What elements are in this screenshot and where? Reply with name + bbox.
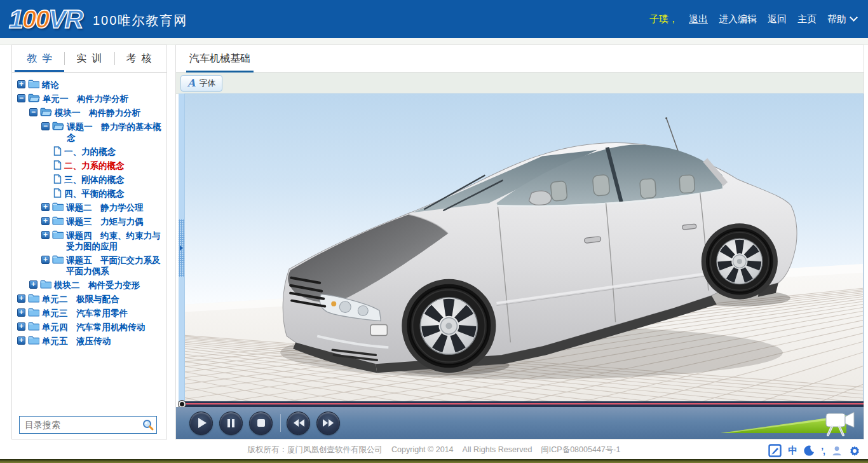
3d-viewer-canvas[interactable] [184,93,864,403]
expand-icon[interactable]: + [17,336,25,345]
expand-icon[interactable]: + [17,294,25,303]
tree-item-label[interactable]: 单元一 构件力学分析 [43,93,164,104]
tree-item-label[interactable]: 三、刚体的概念 [64,174,164,185]
3d-viewer-area [176,93,864,403]
expand-icon[interactable]: + [41,256,50,264]
tree-item[interactable]: +课题四 约束、约束力与受力图的应用 [17,230,164,252]
tree-item-label[interactable]: 单元五 液压传动 [42,336,164,347]
home-link[interactable]: 主页 [797,13,817,25]
tab-teaching[interactable]: 教学 [15,45,64,72]
fast-forward-button[interactable] [316,411,340,435]
footer-copyright: 版权所有：厦门凤凰创壹软件有限公司Copyright © 2014All Rig… [0,445,868,455]
top-header-bar: 100VR 100唯尔教育网 子璞， 退出 进入编辑 返回 主页 帮助 [0,0,868,38]
tree-item[interactable]: 三、刚体的概念 [17,174,164,185]
rewind-button[interactable] [287,411,310,435]
copyright-year: Copyright © 2014 [391,445,453,454]
button-separator [280,414,281,432]
chevron-down-icon [850,13,858,22]
tree-item[interactable]: +单元二 极限与配合 [17,294,164,305]
folder-icon [28,308,39,317]
expand-icon[interactable]: + [41,217,50,225]
play-button[interactable] [189,411,213,435]
logo-text: 1 [9,5,22,33]
panel-splitter[interactable] [179,93,184,403]
tree-item[interactable]: +模块二 构件受力变形 [17,280,164,291]
tree-item-label[interactable]: 课题三 力矩与力偶 [66,216,164,227]
catalog-search-box [19,416,157,434]
tree-item[interactable]: +单元三 汽车常用零件 [17,308,164,319]
copyright-owner: 版权所有：厦门凤凰创壹软件有限公司 [248,445,383,454]
tree-item-label[interactable]: 四、平衡的概念 [64,188,164,199]
3d-scene [185,94,863,402]
expand-icon[interactable]: + [29,280,37,289]
tree-item[interactable]: +课题三 力矩与力偶 [17,216,164,227]
tree-item-label[interactable]: 课题二 静力学公理 [66,202,164,213]
expand-icon[interactable]: + [17,80,25,88]
site-logo[interactable]: 100VR [9,4,82,34]
tree-item[interactable]: +课题五 平面汇交力系及平面力偶系 [17,255,164,277]
tree-item-label[interactable]: 绪论 [42,79,164,90]
tree-item[interactable]: 一、力的概念 [17,146,164,157]
folder-icon [28,322,39,331]
tree-item-label[interactable]: 模块二 构件受力变形 [54,280,164,291]
search-input[interactable] [20,417,156,433]
tree-item-label[interactable]: 单元三 汽车常用零件 [42,308,164,319]
tree-item[interactable]: 四、平衡的概念 [17,188,164,199]
tree-item-label[interactable]: 二、力系的概念 [64,160,164,171]
tree-item-label[interactable]: 单元四 汽车常用机构传动 [42,322,164,333]
tab-training[interactable]: 实训 [64,45,114,72]
fullwidth-moon-icon[interactable] [804,445,815,456]
tree-item[interactable]: 二、力系的概念 [17,160,164,171]
tree-item[interactable]: −课题一 静力学的基本概念 [17,121,164,143]
course-tab[interactable]: 汽车机械基础 [186,45,254,73]
tree-item-label[interactable]: 课题四 约束、约束力与受力图的应用 [66,230,164,252]
folder-icon [52,255,64,264]
pause-button[interactable] [219,411,243,435]
tree-item-label[interactable]: 课题一 静力学的基本概念 [67,121,164,143]
content-tab-row: 汽车机械基础 [176,45,864,73]
font-button[interactable]: A 字体 [180,75,222,92]
user-icon[interactable] [831,445,843,457]
help-menu[interactable]: 帮助 [827,13,857,25]
punctuation-icon[interactable]: ’, [821,446,825,456]
expand-icon[interactable]: + [17,308,25,317]
tree-item-label[interactable]: 模块一 构件静力分析 [55,107,164,118]
back-link[interactable]: 返回 [768,13,787,25]
settings-gear-icon[interactable] [849,445,860,457]
tree-item[interactable]: +绪论 [17,79,164,90]
volume-camera-widget[interactable] [721,410,857,436]
fast-forward-icon [323,419,334,427]
player-control-bar [176,407,864,439]
stop-icon [257,419,265,427]
tree-item[interactable]: +单元四 汽车常用机构传动 [17,322,164,333]
viewer-toolbar: A 字体 [176,73,864,94]
collapse-icon[interactable]: − [17,94,25,102]
ime-pen-icon[interactable] [768,444,782,457]
open-folder-icon [28,93,40,102]
enter-edit-link[interactable]: 进入编辑 [719,13,757,25]
tree-item[interactable]: −单元一 构件力学分析 [17,93,164,104]
user-greeting: 子璞， [649,13,678,25]
expand-icon[interactable]: + [41,231,50,239]
search-icon[interactable] [142,418,154,434]
chinese-mode-icon[interactable]: 中 [788,445,797,457]
tree-item-label[interactable]: 课题五 平面汇交力系及平面力偶系 [66,255,164,277]
content-panel: 汽车机械基础 A 字体 [175,45,864,439]
seek-bar[interactable] [179,401,864,407]
tab-assessment[interactable]: 考核 [114,45,164,72]
collapse-arrow-icon [180,245,183,251]
tree-item[interactable]: +单元五 液压传动 [17,336,164,347]
font-letter-icon: A [187,77,195,89]
expand-icon[interactable]: + [41,203,50,211]
expand-icon[interactable]: + [17,322,25,331]
collapse-icon[interactable]: − [29,108,37,116]
tree-item[interactable]: +课题二 静力学公理 [17,202,164,213]
tree-item-label[interactable]: 单元二 极限与配合 [42,294,164,305]
tree-item-label[interactable]: 一、力的概念 [64,146,164,157]
document-icon [53,188,62,198]
logout-link[interactable]: 退出 [689,13,708,25]
stop-button[interactable] [249,411,273,435]
collapse-icon[interactable]: − [41,122,50,130]
tree-item[interactable]: −模块一 构件静力分析 [17,107,164,118]
folder-icon [52,216,64,225]
